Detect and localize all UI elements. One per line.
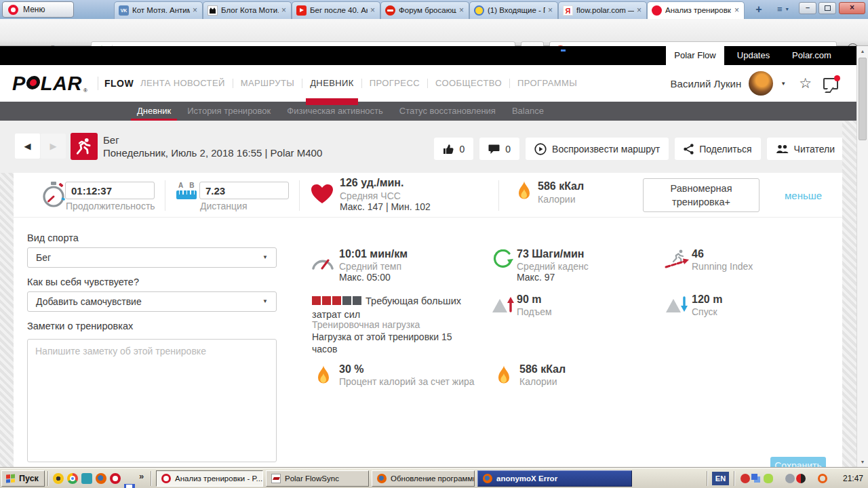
browser-tab-bar: Меню VK Кот Мотя. Антимы × Блог Кота Мот…: [0, 0, 868, 19]
distance-input[interactable]: [199, 182, 289, 199]
less-link[interactable]: меньше: [785, 190, 822, 201]
quicklaunch-chrome-icon[interactable]: [67, 473, 78, 484]
tray-icon-5[interactable]: [785, 474, 795, 483]
window-minimize-button[interactable]: –: [799, 2, 816, 14]
nav-item-community[interactable]: СООБЩЕСТВО: [428, 65, 509, 102]
yandex-favicon: Я: [563, 5, 573, 16]
nav-item-routes[interactable]: МАРШРУТЫ: [233, 65, 302, 102]
tab-close-icon[interactable]: ×: [190, 2, 200, 19]
tab-forum[interactable]: Форум бросающих ×: [380, 1, 469, 19]
notes-textarea[interactable]: [27, 339, 277, 462]
nav-item-progress[interactable]: ПРОГРЕСС: [362, 65, 427, 102]
tab-youtube[interactable]: Бег после 40. Ана ×: [292, 1, 380, 19]
tab-title: Анализ тренировк: [665, 2, 732, 19]
quicklaunch-opera-icon[interactable]: [110, 473, 121, 484]
browser-menu-button[interactable]: Меню: [2, 1, 74, 18]
training-load-detail: Нагрузка от этой тренировки 15 часов: [312, 331, 475, 355]
replay-route-label: Воспроизвести маршрут: [552, 144, 660, 155]
tray-icon-1[interactable]: [741, 474, 750, 483]
start-button[interactable]: Пуск: [1, 470, 45, 487]
tab-vk[interactable]: VK Кот Мотя. Антимы ×: [114, 1, 203, 19]
subnav-recovery-status[interactable]: Статус восстановления: [391, 102, 504, 121]
user-caret-icon[interactable]: ▼: [781, 81, 786, 87]
tab-title: Форум бросающих: [399, 2, 456, 19]
followers-label: Читатели: [794, 144, 835, 155]
top-tab-polar-flow[interactable]: Polar Flow: [666, 46, 724, 65]
share-button[interactable]: Поделиться: [675, 138, 760, 160]
avatar[interactable]: [749, 71, 773, 96]
page-scrollbar[interactable]: ▲ ▼: [856, 46, 868, 468]
sport-type-select[interactable]: Бег ▼: [27, 247, 277, 268]
tab-close-icon[interactable]: ×: [279, 2, 289, 19]
user-name[interactable]: Василий Лукин: [671, 78, 742, 89]
quicklaunch-save-icon[interactable]: [124, 484, 135, 488]
subnav-diary[interactable]: Дневник: [129, 102, 179, 121]
pace-max: Макс. 05:00: [339, 272, 391, 283]
window-restore-button[interactable]: [818, 2, 836, 14]
scroll-down-icon[interactable]: ▼: [857, 457, 868, 468]
like-button[interactable]: 0: [434, 138, 473, 160]
tab-close-icon[interactable]: ×: [456, 2, 467, 19]
tab-cat-blog[interactable]: Блог Кота Моти... ×: [203, 1, 292, 19]
task-button-opera[interactable]: Анализ тренировки - P...: [156, 470, 263, 487]
training-load-squares: [312, 296, 363, 306]
subnav-balance[interactable]: Balance: [504, 102, 552, 121]
tray-icon-8[interactable]: [818, 474, 827, 483]
next-session-button[interactable]: ▶: [41, 134, 66, 159]
share-label: Поделиться: [699, 144, 751, 155]
running-index-icon: [665, 249, 690, 269]
language-indicator[interactable]: EN: [712, 472, 729, 485]
quicklaunch-firefox-icon[interactable]: [96, 473, 106, 484]
training-benefit-button[interactable]: Равномерная тренировка+: [643, 178, 760, 212]
tab-yandex[interactable]: Я flow.polar.com — ×: [558, 1, 647, 19]
tray-icon-network[interactable]: [751, 474, 757, 480]
duration-input[interactable]: [65, 182, 155, 199]
followers-icon: [776, 144, 789, 154]
tab-polar-active[interactable]: Анализ тренировк ×: [647, 1, 745, 19]
scrollbar-thumb[interactable]: [859, 58, 867, 140]
notifications-icon[interactable]: [823, 78, 838, 89]
task-button-anonymox[interactable]: anonymoX Error: [477, 470, 632, 487]
scroll-up-icon[interactable]: ▲: [857, 46, 868, 57]
favorites-star-icon[interactable]: ☆: [799, 75, 812, 92]
tab-close-icon[interactable]: ×: [732, 2, 742, 19]
quicklaunch-overflow-chevron[interactable]: »: [139, 471, 144, 481]
cadence-label: Средний каденс: [517, 261, 589, 272]
tab-close-icon[interactable]: ×: [368, 2, 378, 19]
window-close-button[interactable]: ×: [839, 2, 865, 14]
fat-flame-icon: [316, 365, 331, 386]
polar-logo-o-icon: [25, 76, 41, 89]
tab-mail[interactable]: (1) Входящие - По ×: [469, 1, 558, 19]
nav-item-diary[interactable]: ДНЕВНИК: [302, 65, 361, 102]
tab-list-button[interactable]: ≡ ▼: [773, 3, 793, 16]
tray-icon-6[interactable]: [796, 474, 806, 483]
pace-gauge-icon: [311, 254, 335, 270]
nav-item-feed[interactable]: ЛЕНТА НОВОСТЕЙ: [133, 65, 233, 102]
previous-session-button[interactable]: ◀: [15, 134, 40, 159]
feeling-select[interactable]: Добавить самочувствие ▼: [27, 291, 277, 312]
sport-type-label: Вид спорта: [27, 232, 79, 243]
followers-button[interactable]: Читатели: [767, 138, 844, 160]
task-button-update[interactable]: Обновление программн...: [372, 470, 475, 487]
new-tab-button[interactable]: +: [750, 3, 768, 16]
quicklaunch-app2-icon[interactable]: [81, 473, 92, 484]
taskbar-clock[interactable]: 21:47: [843, 468, 863, 488]
summary-divider: [165, 180, 165, 211]
polar-logo[interactable]: PLAR ®: [12, 65, 87, 102]
top-tab-polar-com[interactable]: Polar.com: [783, 46, 841, 65]
tab-close-icon[interactable]: ×: [545, 2, 555, 19]
cat-favicon: [208, 5, 218, 16]
replay-route-button[interactable]: Воспроизвести маршрут: [526, 138, 669, 160]
subnav-training-history[interactable]: История тренировок: [179, 102, 279, 121]
save-button[interactable]: Сохранить: [770, 457, 826, 468]
comment-button[interactable]: 0: [479, 138, 519, 160]
task-button-flowsync[interactable]: Polar FlowSync: [266, 470, 369, 487]
polar-favicon: [652, 5, 662, 16]
top-tab-updates[interactable]: Updates: [724, 46, 783, 65]
menu-button-label: Меню: [23, 5, 45, 14]
quicklaunch-app-icon[interactable]: [53, 473, 64, 484]
tab-close-icon[interactable]: ×: [634, 2, 644, 19]
nav-item-programs[interactable]: ПРОГРАММЫ: [510, 65, 585, 102]
tray-icon-3[interactable]: [764, 474, 773, 483]
stopwatch-icon: [41, 180, 66, 209]
